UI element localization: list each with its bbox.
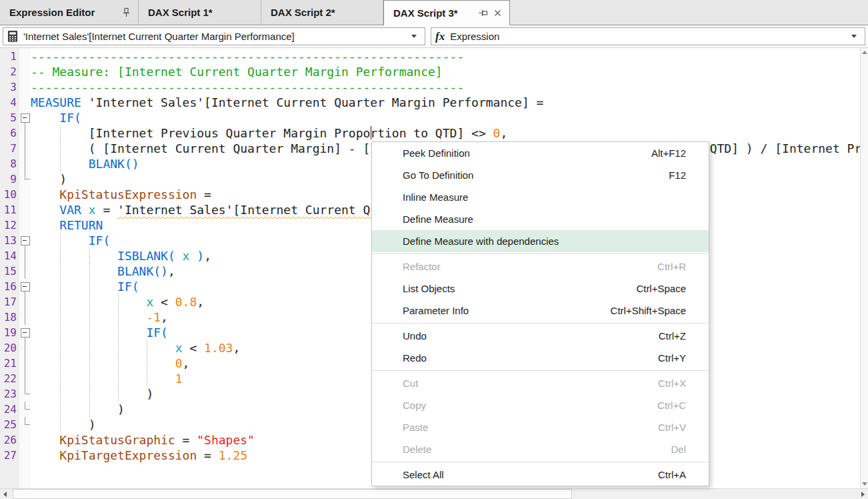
tab-expression-editor[interactable]: Expression Editor	[0, 0, 139, 25]
menu-item-go-to-definition[interactable]: Go To DefinitionF12	[372, 164, 709, 186]
indent-guide	[60, 248, 61, 264]
menu-item-undo[interactable]: UndoCtrl+Z	[372, 325, 709, 347]
measure-selector-combobox[interactable]: 'Internet Sales'[Internet Current Quarte…	[3, 27, 425, 45]
indent-guide	[89, 264, 90, 279]
menu-item-label: Define Measure	[403, 213, 473, 225]
fold-collapse-button[interactable]	[19, 325, 31, 340]
menu-item-delete[interactable]: DeleteDel	[372, 438, 709, 460]
code-token	[31, 187, 59, 201]
menu-item-redo[interactable]: RedoCtrl+Y	[372, 347, 709, 369]
menu-item-cut[interactable]: CutCtrl+X	[372, 372, 709, 394]
tab-dax-script-1[interactable]: DAX Script 1*	[139, 0, 261, 25]
pin-vertical-icon[interactable]	[121, 7, 131, 18]
menu-item-define-measure-with-dependencies[interactable]: Define Measure with dependencies	[372, 230, 709, 252]
code-token: ,	[183, 356, 190, 370]
code-token: )	[31, 418, 96, 432]
horizontal-scrollbar[interactable]	[0, 488, 868, 499]
tab-label: DAX Script 2*	[271, 7, 335, 18]
menu-item-shortcut: Ctrl+V	[658, 422, 686, 433]
code-token: KpiStatusExpression	[59, 187, 197, 201]
line-number: 23	[0, 386, 19, 402]
menu-item-paste[interactable]: PasteCtrl+V	[372, 416, 709, 438]
menu-separator	[373, 323, 708, 324]
code-token: ----------------------------------------…	[31, 49, 464, 63]
pin-horizontal-icon[interactable]	[477, 8, 488, 19]
horizontal-scrollbar-thumb[interactable]	[13, 489, 572, 499]
code-token: IF(	[89, 233, 111, 247]
menu-item-label: Cut	[403, 378, 418, 389]
menu-item-refactor[interactable]: RefactorCtrl+R	[372, 256, 709, 278]
indent-guide	[118, 386, 119, 402]
code-token: -1	[146, 310, 161, 324]
line-number: 3	[0, 79, 19, 95]
indent-guide	[60, 402, 61, 417]
code-text: -1,	[31, 310, 168, 325]
menu-item-label: Redo	[403, 352, 427, 364]
code-token	[31, 203, 59, 217]
fold-margin-cell	[19, 340, 31, 356]
menu-item-select-all[interactable]: Select AllCtrl+A	[372, 464, 709, 486]
code-token: x	[89, 203, 96, 217]
chevron-down-icon[interactable]	[851, 35, 857, 38]
code-token: "Shapes"	[197, 433, 255, 447]
menu-item-label: Undo	[403, 330, 427, 342]
indent-guide	[89, 279, 90, 294]
line-number: 6	[0, 125, 19, 141]
scroll-right-arrow-icon[interactable]	[861, 492, 865, 497]
menu-item-shortcut: Ctrl+Space	[636, 283, 686, 294]
tab-dax-script-3[interactable]: DAX Script 3*	[383, 0, 510, 25]
code-token: KpiTargetExpression	[59, 448, 197, 462]
code-token: =	[197, 187, 211, 201]
code-token: <	[153, 295, 175, 309]
code-token: ,	[500, 126, 507, 140]
scroll-down-arrow-icon[interactable]	[862, 482, 867, 486]
scroll-up-arrow-icon[interactable]	[862, 51, 867, 54]
code-text: )	[31, 402, 125, 417]
menu-item-shortcut: Ctrl+X	[658, 378, 686, 389]
code-token: MEASURE	[31, 95, 81, 109]
indent-guide	[118, 340, 119, 356]
editor-context-menu: Peek DefinitionAlt+F12Go To DefinitionF1…	[371, 141, 709, 486]
menu-item-define-measure[interactable]: Define Measure	[372, 208, 709, 230]
code-text: BLANK(),	[31, 264, 175, 279]
code-line: 6 [Internet Previous Quarter Margin Prop…	[0, 125, 861, 141]
menu-item-list-objects[interactable]: List ObjectsCtrl+Space	[372, 278, 709, 300]
menu-item-inline-measure[interactable]: Inline Measure	[372, 186, 709, 208]
code-token: 0.8	[175, 295, 197, 309]
property-selector-combobox[interactable]: fx Expression	[431, 27, 865, 45]
indent-guide	[89, 340, 90, 356]
menu-item-parameter-info[interactable]: Parameter InfoCtrl+Shift+Space	[372, 300, 709, 322]
fold-margin-cell	[19, 217, 31, 233]
fold-margin-cell	[19, 64, 31, 79]
menu-item-peek-definition[interactable]: Peek DefinitionAlt+F12	[372, 142, 709, 164]
code-token: ISBLANK(	[117, 249, 175, 263]
menu-item-label: Paste	[403, 422, 428, 433]
code-text: KpiTargetExpression = 1.25	[31, 448, 247, 463]
fold-margin-cell	[19, 156, 31, 171]
code-text: [Internet Previous Quarter Margin Propor…	[31, 125, 507, 141]
code-token: )	[31, 402, 125, 416]
code-token	[31, 280, 117, 294]
menu-item-copy[interactable]: CopyCtrl+C	[372, 394, 709, 416]
indent-guide	[60, 325, 61, 340]
close-icon[interactable]	[492, 8, 503, 19]
fold-margin-cell	[19, 264, 31, 279]
fold-collapse-button[interactable]	[19, 110, 31, 125]
code-token	[175, 249, 183, 263]
document-tab-strip: Expression EditorDAX Script 1*DAX Script…	[0, 0, 868, 25]
vertical-scrollbar[interactable]	[860, 48, 868, 488]
code-token: 1	[175, 372, 183, 386]
fold-margin-cell	[19, 294, 31, 310]
fold-collapse-button[interactable]	[19, 233, 31, 248]
fold-margin-cell	[19, 356, 31, 371]
code-token	[189, 249, 197, 263]
scroll-left-arrow-icon[interactable]	[3, 492, 7, 497]
line-number: 5	[0, 110, 19, 125]
chevron-down-icon[interactable]	[411, 35, 417, 38]
indent-guide	[60, 233, 61, 248]
indent-guide	[60, 141, 61, 156]
menu-item-shortcut: Ctrl+Z	[659, 330, 686, 342]
tab-dax-script-2[interactable]: DAX Script 2*	[261, 0, 383, 25]
fold-collapse-button[interactable]	[19, 279, 31, 294]
code-token: ,	[197, 295, 204, 309]
